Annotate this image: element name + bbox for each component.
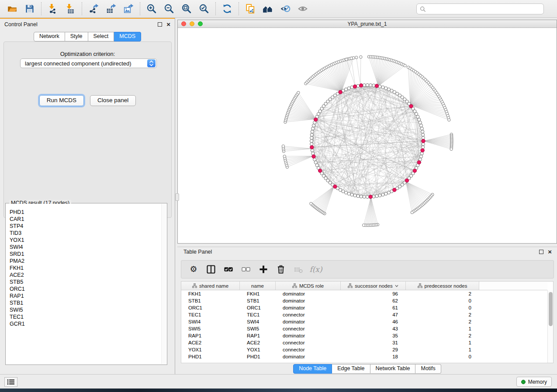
table-cell[interactable]: 35 [341, 332, 406, 339]
table-cell[interactable]: 2 [406, 318, 479, 325]
table-cell[interactable]: 43 [341, 325, 406, 332]
run-mcds-button[interactable]: Run MCDS [39, 95, 84, 106]
table-cell[interactable]: dominator [276, 290, 341, 297]
table-cell[interactable]: connector [276, 325, 341, 332]
table-cell[interactable]: ORC1 [181, 304, 240, 311]
mcds-result-item[interactable]: SWI5 [10, 306, 166, 313]
import-network-button[interactable] [44, 1, 62, 16]
table-cell[interactable]: connector [276, 311, 341, 318]
table-cell[interactable]: SWI4 [240, 318, 276, 325]
float-panel-icon[interactable] [158, 22, 162, 27]
export-image-button[interactable] [120, 1, 137, 16]
open-file-button[interactable] [3, 1, 21, 16]
export-table-button[interactable] [102, 1, 120, 16]
float-table-panel-icon[interactable] [539, 250, 543, 254]
table-cell[interactable]: STB1 [240, 297, 276, 304]
table-cell[interactable]: 2 [406, 290, 479, 297]
table-cell[interactable]: 46 [341, 318, 406, 325]
table-cell[interactable]: 1 [406, 325, 479, 332]
search-input[interactable] [428, 6, 540, 12]
optimization-criterion-dropdown[interactable]: largest connected component (undirected) [20, 58, 157, 68]
table-cell[interactable]: 18 [341, 353, 406, 360]
import-table-button[interactable] [62, 1, 79, 16]
table-cell[interactable]: 31 [341, 339, 406, 346]
mcds-result-item[interactable]: RAP1 [10, 292, 166, 299]
refresh-layout-button[interactable] [218, 1, 236, 16]
table-scrollbar-thumb[interactable] [549, 292, 553, 326]
table-tab-network-table[interactable]: Network Table [370, 364, 416, 374]
mcds-result-list[interactable]: PHD1CAR1STP4TID3YOX1SWI4SRD1PMA2FKH1ACE2… [6, 204, 166, 364]
table-cell[interactable]: SWI5 [181, 325, 240, 332]
network-canvas[interactable] [178, 28, 557, 243]
table-tab-edge-table[interactable]: Edge Table [332, 364, 370, 374]
table-cell[interactable]: dominator [276, 318, 341, 325]
zoom-fit-button[interactable] [178, 1, 195, 16]
table-cell[interactable]: dominator [276, 304, 341, 311]
mcds-result-item[interactable]: GCR1 [10, 320, 166, 327]
table-cell[interactable]: connector [276, 346, 341, 353]
mcds-result-item[interactable]: YOX1 [10, 237, 166, 244]
mcds-result-item[interactable]: STP4 [10, 223, 166, 230]
mcds-result-item[interactable]: PHD1 [10, 209, 166, 216]
table-cell[interactable]: 1 [406, 346, 479, 353]
table-cell[interactable]: RAP1 [181, 332, 240, 339]
search-box[interactable] [416, 3, 544, 14]
mcds-result-item[interactable]: STB1 [10, 299, 166, 306]
table-row[interactable]: RAP1RAP1dominator352 [181, 332, 547, 339]
mcds-result-item[interactable]: SRD1 [10, 251, 166, 258]
table-cell[interactable]: FKH1 [240, 290, 276, 297]
column-header-successor-nodes[interactable]: successor nodes [341, 282, 406, 290]
mcds-result-item[interactable]: TID3 [10, 230, 166, 237]
clone-network-button[interactable] [242, 1, 259, 16]
table-cell[interactable]: dominator [276, 332, 341, 339]
table-cell[interactable]: RAP1 [240, 332, 276, 339]
mcds-list-scrollbar[interactable] [161, 204, 166, 364]
table-cell[interactable]: PHD1 [240, 353, 276, 360]
tab-select[interactable]: Select [88, 32, 114, 41]
table-cell[interactable]: connector [276, 339, 341, 346]
home-button[interactable] [259, 1, 277, 16]
table-scrollbar[interactable] [547, 290, 553, 363]
table-cell[interactable]: 29 [341, 346, 406, 353]
tab-style[interactable]: Style [65, 32, 88, 41]
network-window-titlebar[interactable]: YPA_prune.txt_1 [178, 20, 557, 28]
close-table-panel-icon[interactable]: × [548, 250, 552, 254]
mcds-result-item[interactable]: CAR1 [10, 216, 166, 223]
table-cell[interactable]: dominator [276, 353, 341, 360]
column-header-shared-name[interactable]: shared name [181, 282, 240, 290]
mcds-result-item[interactable]: SWI4 [10, 244, 166, 251]
mcds-result-item[interactable]: STB5 [10, 279, 166, 285]
zoom-in-button[interactable] [143, 1, 160, 16]
table-row[interactable]: SWI5SWI5connector431 [181, 325, 547, 332]
table-mode-button[interactable]: ⚙ [186, 262, 201, 277]
table-row[interactable]: STB1STB1dominator620 [181, 297, 547, 304]
table-cell[interactable]: 61 [341, 304, 406, 311]
table-row[interactable]: PHD1PHD1dominator180 [181, 353, 547, 360]
table-cell[interactable]: PHD1 [181, 353, 240, 360]
table-cell[interactable]: STB1 [181, 297, 240, 304]
close-panel-button[interactable]: Close panel [90, 95, 136, 106]
table-cell[interactable]: YOX1 [240, 346, 276, 353]
panel-list-button[interactable] [4, 377, 17, 387]
table-row[interactable]: TEC1TEC1connector472 [181, 311, 547, 318]
mcds-result-item[interactable]: TEC1 [10, 313, 166, 320]
column-header-mcds-role[interactable]: MCDS role [276, 282, 341, 290]
table-cell[interactable]: 96 [341, 290, 406, 297]
table-row[interactable]: FKH1FKH1dominator962 [181, 290, 547, 297]
table-cell[interactable]: ACE2 [240, 339, 276, 346]
table-tab-motifs[interactable]: Motifs [415, 364, 441, 374]
select-all-button[interactable] [221, 262, 236, 277]
table-cell[interactable]: ACE2 [181, 339, 240, 346]
table-row[interactable]: SWI4SWI4dominator462 [181, 318, 547, 325]
table-cell[interactable]: TEC1 [181, 311, 240, 318]
table-cell[interactable]: ORC1 [240, 304, 276, 311]
table-cell[interactable]: YOX1 [181, 346, 240, 353]
table-cell[interactable]: SWI5 [240, 325, 276, 332]
table-row[interactable]: ORC1ORC1dominator610 [181, 304, 547, 311]
mcds-result-item[interactable]: PMA2 [10, 258, 166, 265]
mcds-result-item[interactable]: FKH1 [10, 265, 166, 272]
table-row[interactable]: ACE2ACE2connector311 [181, 339, 547, 346]
table-cell[interactable]: FKH1 [181, 290, 240, 297]
table-tab-node-table[interactable]: Node Table [293, 364, 332, 374]
table-cell[interactable]: 2 [406, 311, 479, 318]
